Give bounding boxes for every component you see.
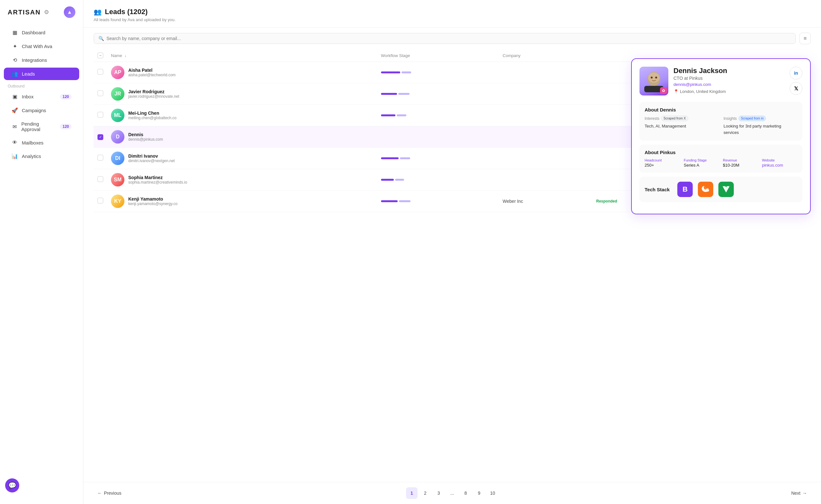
filter-icon: ≡: [804, 36, 807, 41]
funding-value: Series A: [684, 163, 719, 168]
lead-info: DI Dimitri Ivanov dimitri.ivanov@nextgen…: [111, 152, 373, 165]
nav-label-campaigns: Campaigns: [22, 108, 46, 113]
page-button-3[interactable]: 3: [433, 487, 444, 499]
page-button-9[interactable]: 9: [473, 487, 485, 499]
pagination: ← Previous 1 2 3 ... 8 9 10 Next →: [83, 482, 821, 504]
row-checkbox[interactable]: [97, 90, 103, 96]
nav-item-analytics[interactable]: 📊 Analytics: [4, 150, 79, 162]
status-badge: Responded: [593, 198, 620, 205]
funding-label: Funding Stage: [684, 158, 719, 162]
dashboard-icon: ▦: [12, 29, 18, 36]
wf-segment: [381, 114, 395, 116]
page-button-1[interactable]: 1: [406, 487, 418, 499]
nav-label-chat-with-ava: Chat With Ava: [22, 44, 52, 49]
lead-info: SM Sophia Martinez sophia.martinez@creat…: [111, 173, 373, 186]
headcount-value: 250+: [645, 163, 680, 168]
col-header-name[interactable]: Name ↓: [107, 49, 377, 62]
page-button-8[interactable]: 8: [460, 487, 471, 499]
sidebar: ARTISAN ⚙ ▲ ▦ Dashboard ✦ Chat With Ava …: [0, 0, 83, 504]
row-checkbox[interactable]: [97, 112, 103, 118]
tech-stack: B: [677, 182, 734, 197]
toolbar: 🔍 ≡: [83, 28, 821, 49]
lead-email: aisha.patel@techworld.com: [128, 73, 176, 77]
nav-item-inbox[interactable]: ▣ Inbox 120: [4, 90, 79, 103]
nav-label-mailboxes: Mailboxes: [22, 140, 44, 145]
workflow-bar: [381, 157, 495, 159]
row-checkbox[interactable]: [97, 155, 103, 161]
wf-segment: [398, 93, 410, 95]
nav-item-chat-with-ava[interactable]: ✦ Chat With Ava: [4, 40, 79, 53]
leads-icon: 👥: [12, 71, 18, 77]
lead-name: Kenji Yamamoto: [128, 196, 177, 202]
pinkus-badge-icon: ✿: [660, 87, 667, 94]
page-title: Leads (1202): [105, 8, 147, 16]
lead-email: javier.rodriguez@innovate.net: [128, 94, 179, 99]
col-header-company: Company: [499, 49, 589, 62]
lead-email: dennis@pinkus.com: [128, 137, 163, 142]
svg-point-2: [651, 77, 653, 78]
nav-label-dashboard: Dashboard: [22, 30, 45, 35]
interests-col: Interests Scraped from X Tech, AI, Manag…: [645, 116, 718, 136]
location-icon: 📍: [674, 89, 679, 94]
tech-stack-section: Tech Stack B: [640, 177, 802, 202]
revenue-value: $10-20M: [723, 163, 758, 168]
lead-info: KY Kenji Yamamoto kenji.yamamoto@synergy…: [111, 194, 373, 208]
page-button-2[interactable]: 2: [419, 487, 431, 499]
lead-name: Dennis: [128, 132, 163, 137]
profile-title: CTO at Pinkus: [674, 76, 784, 81]
profile-social: in 𝕏: [790, 67, 802, 95]
website-value[interactable]: pinkus.com: [762, 163, 797, 168]
interests-label: Interests Scraped from X: [645, 116, 718, 121]
lead-email: kenji.yamamoto@synergy.co: [128, 202, 177, 206]
page-button-10[interactable]: 10: [487, 487, 498, 499]
headcount-label: Headcount: [645, 158, 680, 162]
col-header-workflow: Workflow Stage: [377, 49, 499, 62]
profile-location: 📍 London, United Kingdom: [674, 89, 784, 94]
row-checkbox[interactable]: [97, 69, 103, 75]
website-label: Website: [762, 158, 797, 162]
row-checkbox[interactable]: [97, 176, 103, 182]
gear-icon[interactable]: ⚙: [44, 9, 49, 16]
insights-label: Insights Scraped from in: [724, 116, 797, 121]
lead-name: Sophia Martinez: [128, 175, 187, 180]
nav-item-integrations[interactable]: ⟲ Integrations: [4, 54, 79, 66]
nav-label-inbox: Inbox: [22, 94, 34, 99]
twitter-button[interactable]: 𝕏: [790, 82, 802, 95]
previous-button[interactable]: ← Previous: [94, 488, 125, 498]
twitter-icon: 𝕏: [794, 86, 798, 92]
insights-col: Insights Scraped from in Looking for 3rd…: [724, 116, 797, 136]
profile-card-header: ✿ Dennis Jackson CTO at Pinkus dennis@pi…: [640, 67, 802, 95]
profile-info: Dennis Jackson CTO at Pinkus dennis@pink…: [674, 67, 784, 94]
nav-label-leads: Leads: [22, 71, 35, 77]
campaigns-icon: 🚀: [12, 107, 18, 113]
chat-button[interactable]: 💬: [5, 478, 19, 492]
nav-item-dashboard[interactable]: ▦ Dashboard: [4, 26, 79, 39]
page-header: 👥 Leads (1202) All leads found by Ava an…: [83, 0, 821, 28]
funding-stat: Funding Stage Series A: [684, 158, 719, 168]
revenue-label: Revenue: [723, 158, 758, 162]
nav-item-leads[interactable]: 👥 Leads: [4, 68, 79, 80]
row-checkbox[interactable]: ✓: [97, 134, 103, 140]
tech-icon-swift: [698, 182, 713, 197]
svg-point-3: [655, 77, 657, 78]
select-all-checkbox[interactable]: −: [97, 53, 103, 58]
page-title-icon: 👥: [94, 8, 102, 16]
search-input[interactable]: [106, 36, 791, 41]
filter-button[interactable]: ≡: [800, 33, 811, 44]
avatar[interactable]: ▲: [64, 6, 75, 18]
nav-item-mailboxes[interactable]: 👁 Mailboxes: [4, 136, 79, 149]
nav-item-campaigns[interactable]: 🚀 Campaigns: [4, 104, 79, 117]
nav-item-pending-approval[interactable]: ✉ Pending Approval 120: [4, 118, 79, 135]
profile-email[interactable]: dennis@pinkus.com: [674, 82, 711, 87]
linkedin-button[interactable]: in: [790, 67, 802, 79]
main-content: 👥 Leads (1202) All leads found by Ava an…: [83, 0, 821, 504]
next-button[interactable]: Next →: [787, 488, 811, 498]
revenue-stat: Revenue $10-20M: [723, 158, 758, 168]
wf-segment: [397, 114, 406, 116]
wf-segment: [381, 71, 400, 73]
insights-value: Looking for 3rd party marketing services: [724, 123, 797, 136]
row-checkbox[interactable]: [97, 198, 103, 203]
about-section: About Dennis Interests Scraped from X Te…: [640, 102, 802, 141]
workflow-bar: [381, 93, 495, 95]
workflow-bar: [381, 71, 495, 73]
